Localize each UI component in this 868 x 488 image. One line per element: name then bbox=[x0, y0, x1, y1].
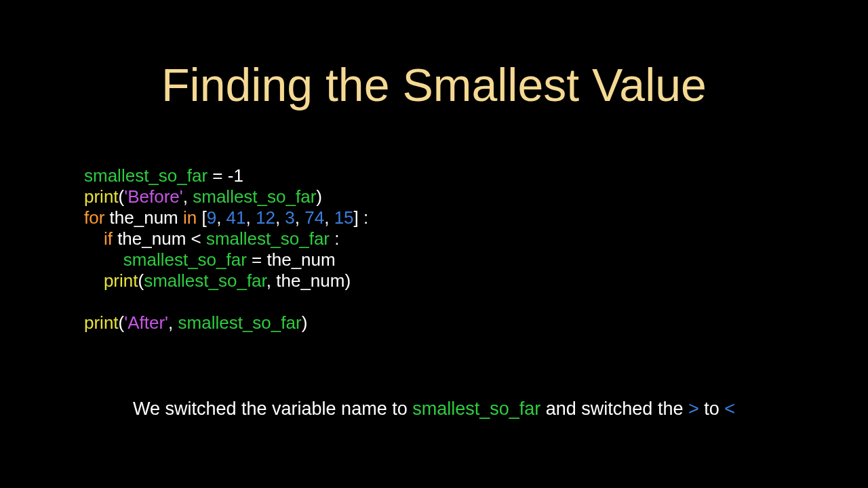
code-token: ( bbox=[119, 312, 125, 333]
code-token: print bbox=[84, 312, 119, 333]
code-block: smallest_so_far = -1 print('Before', sma… bbox=[84, 165, 368, 333]
code-token: print bbox=[84, 186, 119, 207]
slide: Finding the Smallest Value smallest_so_f… bbox=[0, 0, 868, 488]
caption-op-lt: < bbox=[724, 399, 735, 419]
code-token: ( bbox=[138, 270, 144, 291]
code-token: , the_num) bbox=[267, 270, 351, 291]
code-token: 3 bbox=[285, 207, 294, 228]
code-token: 'After' bbox=[124, 312, 168, 333]
code-token: -1 bbox=[228, 165, 243, 186]
caption-text: We switched the variable name to bbox=[133, 399, 412, 419]
code-token: 74 bbox=[304, 207, 324, 228]
code-token: the_num < bbox=[113, 228, 206, 249]
code-token: the_num bbox=[104, 207, 183, 228]
code-token: 'Before' bbox=[124, 186, 183, 207]
code-token: , bbox=[168, 312, 178, 333]
code-token: , bbox=[216, 207, 226, 228]
code-token: , bbox=[183, 186, 193, 207]
caption-op-gt: > bbox=[688, 399, 699, 419]
code-token: = bbox=[208, 165, 228, 186]
code-token: ( bbox=[119, 186, 125, 207]
code-token: ) bbox=[316, 186, 322, 207]
code-token: smallest_so_far bbox=[123, 249, 247, 270]
code-token: smallest_so_far bbox=[84, 165, 208, 186]
caption-var: smallest_so_far bbox=[412, 399, 540, 419]
caption-text: to bbox=[699, 399, 725, 419]
slide-title: Finding the Smallest Value bbox=[0, 58, 868, 111]
code-token: for bbox=[84, 207, 104, 228]
code-token: smallest_so_far bbox=[206, 228, 330, 249]
code-token: ) bbox=[302, 312, 308, 333]
code-token: smallest_so_far bbox=[178, 312, 302, 333]
code-token bbox=[84, 228, 104, 249]
code-token: , bbox=[275, 207, 285, 228]
code-token bbox=[84, 249, 123, 270]
code-token: , bbox=[295, 207, 304, 228]
code-token: smallest_so_far bbox=[144, 270, 267, 291]
code-token bbox=[84, 270, 104, 291]
code-token: if bbox=[104, 228, 113, 249]
code-token: smallest_so_far bbox=[193, 186, 316, 207]
code-token: , bbox=[324, 207, 334, 228]
code-token: = the_num bbox=[247, 249, 336, 270]
caption-text: and switched the bbox=[540, 399, 688, 419]
code-token: ] : bbox=[354, 207, 369, 228]
code-token: [ bbox=[197, 207, 206, 228]
code-token: 9 bbox=[207, 207, 216, 228]
code-token: 15 bbox=[334, 207, 354, 228]
code-token: 41 bbox=[226, 207, 246, 228]
caption: We switched the variable name to smalles… bbox=[0, 399, 868, 420]
code-token: print bbox=[104, 270, 138, 291]
code-token: : bbox=[330, 228, 339, 249]
code-token: in bbox=[183, 207, 197, 228]
code-token: 12 bbox=[256, 207, 275, 228]
code-token: , bbox=[246, 207, 256, 228]
